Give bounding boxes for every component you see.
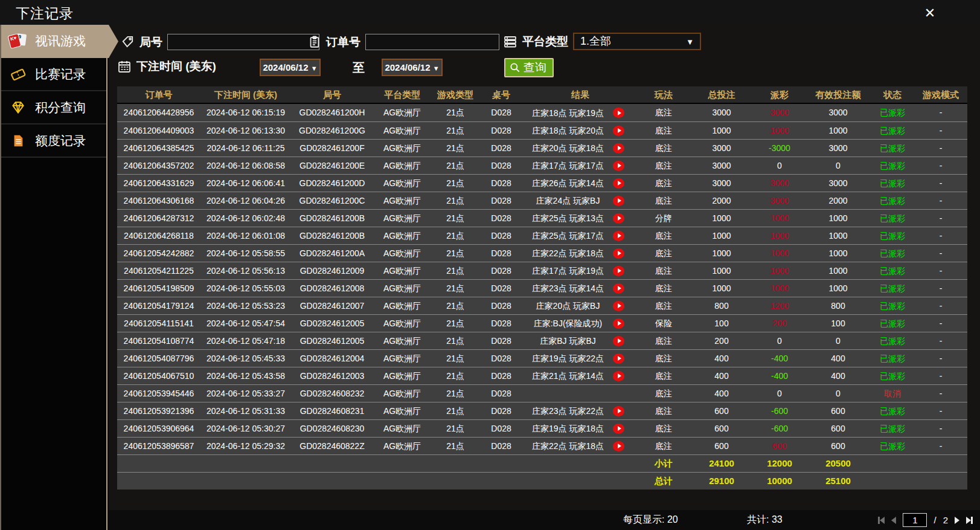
play-icon[interactable] [613, 424, 624, 434]
cell-platform: AG欧洲厅 [373, 227, 431, 244]
cell-valid-bet: 1000 [805, 227, 871, 244]
col-round-id: 局号 [291, 86, 373, 103]
date-range-to-label: 至 [353, 60, 365, 76]
cell-play-type: 底注 [638, 367, 690, 384]
cell-total-bet: 600 [690, 420, 754, 437]
cell-valid-bet: 0 [805, 385, 871, 402]
first-page-icon[interactable] [878, 517, 885, 524]
cell-round-id: GD0282460822Z [291, 438, 373, 454]
play-icon[interactable] [613, 213, 624, 224]
play-icon[interactable] [613, 108, 624, 118]
cell-play-type: 底注 [638, 157, 690, 174]
date-from-dropdown[interactable]: 2024/06/12 ▼ [260, 59, 321, 76]
query-button[interactable]: 查询 [504, 58, 554, 77]
table-row: 240612054179124 2024-06-12 05:53:23 GD02… [117, 297, 967, 314]
round-input[interactable] [167, 34, 319, 50]
cell-game-mode: - [914, 402, 967, 419]
prev-page-icon[interactable] [891, 517, 896, 524]
cell-game-type: 21点 [431, 280, 479, 297]
total-row: 总计 29100 10000 25100 [117, 472, 967, 490]
cell-play-type: 底注 [638, 140, 690, 157]
pager: 1 / 2 [878, 513, 973, 527]
cell-bet-time: 2024-06-12 06:01:08 [200, 227, 291, 244]
cell-play-type: 底注 [638, 122, 690, 139]
sidebar-item-points-query[interactable]: 积分查询 [1, 91, 106, 124]
play-icon[interactable] [613, 441, 624, 451]
cell-round-id: GD0282461200A [291, 245, 373, 262]
table-row: 240612064331629 2024-06-12 06:06:41 GD02… [117, 174, 967, 192]
cell-order-id: 240612064306168 [117, 192, 200, 209]
status-badge: 已派彩 [871, 280, 914, 297]
subtotal-total-bet: 24100 [690, 455, 754, 472]
play-icon[interactable] [613, 406, 624, 416]
cell-order-id: 240612054198509 [117, 280, 200, 297]
cell-platform: AG欧洲厅 [373, 175, 431, 192]
cell-result: 庄家25点 玩家17点 [523, 227, 638, 244]
cell-valid-bet: 100 [805, 315, 871, 332]
cell-game-mode: - [914, 332, 967, 349]
current-page-input[interactable]: 1 [903, 513, 927, 527]
status-badge: 已派彩 [871, 140, 914, 157]
cell-play-type: 底注 [638, 175, 690, 192]
platform-filter-group: 平台类型 1.全部 ▼ [503, 33, 701, 50]
play-icon[interactable] [613, 161, 624, 171]
col-result: 结果 [523, 86, 638, 103]
cell-game-mode: - [914, 367, 967, 384]
sidebar-item-quota-records[interactable]: 额度记录 [1, 124, 106, 158]
per-page-display: 每页显示: 20 [623, 514, 678, 526]
play-icon[interactable] [613, 266, 624, 276]
cell-total-bet: 600 [690, 402, 754, 419]
date-to-dropdown[interactable]: 2024/06/12 ▼ [382, 59, 443, 76]
play-icon[interactable] [613, 248, 624, 259]
play-icon[interactable] [613, 283, 624, 294]
result-text: 庄家23点 玩家14点 [523, 280, 613, 297]
play-icon[interactable] [613, 231, 624, 241]
cell-game-mode: - [914, 297, 967, 314]
chevron-down-icon: ▼ [433, 65, 440, 72]
cell-payout: -600 [754, 402, 805, 419]
cell-play-type: 保险 [638, 315, 690, 332]
table-row: 240612054198509 2024-06-12 05:55:03 GD02… [117, 279, 967, 297]
play-icon[interactable] [613, 126, 624, 136]
play-icon[interactable] [613, 196, 624, 206]
platform-select[interactable]: 1.全部 ▼ [573, 33, 701, 50]
cell-valid-bet: 1000 [805, 122, 871, 139]
play-icon[interactable] [613, 143, 624, 154]
next-page-icon[interactable] [955, 517, 959, 524]
cell-total-bet: 3000 [690, 140, 754, 157]
cell-bet-time: 2024-06-12 06:11:25 [200, 140, 291, 157]
cell-bet-time: 2024-06-12 06:15:19 [200, 104, 291, 121]
last-page-icon[interactable] [966, 517, 973, 524]
play-icon[interactable] [613, 318, 624, 329]
play-icon[interactable] [613, 371, 624, 381]
platform-selected-value: 1.全部 [580, 35, 611, 47]
cell-valid-bet: 3000 [805, 175, 871, 192]
cell-valid-bet: 0 [805, 332, 871, 349]
play-icon[interactable] [613, 354, 624, 364]
sidebar-item-match-records[interactable]: 比赛记录 [1, 58, 106, 91]
cell-total-bet: 1000 [690, 262, 754, 279]
cell-valid-bet: 400 [805, 350, 871, 367]
order-input[interactable] [365, 34, 499, 50]
col-play-type: 玩法 [638, 86, 690, 103]
result-text: 庄家25点 玩家17点 [523, 227, 613, 244]
cell-game-type: 21点 [431, 227, 479, 244]
close-icon[interactable]: ✕ [922, 5, 938, 21]
result-text: 庄家23点 玩家22点 [523, 402, 613, 419]
cell-play-type: 底注 [638, 438, 690, 454]
table-row: 240612064268118 2024-06-12 06:01:08 GD02… [117, 227, 967, 244]
play-icon[interactable] [613, 336, 624, 346]
pagination-footer: 每页显示: 20 共计: 33 1 / 2 [109, 510, 980, 530]
cell-bet-time: 2024-06-12 06:08:58 [200, 157, 291, 174]
play-icon[interactable] [613, 178, 624, 189]
result-text: 庄家21点 玩家14点 [523, 367, 613, 384]
result-text: 庄家22点 玩家18点 [523, 438, 613, 454]
cell-game-mode: - [914, 210, 967, 227]
cell-payout: -400 [754, 367, 805, 384]
play-icon[interactable] [613, 301, 624, 311]
cell-valid-bet: 3000 [805, 140, 871, 157]
cell-platform: AG欧洲厅 [373, 402, 431, 419]
cell-bet-time: 2024-06-12 05:58:55 [200, 245, 291, 262]
cell-game-type: 21点 [431, 245, 479, 262]
sidebar-item-video-games[interactable]: K♥9 视讯游戏 [1, 25, 118, 58]
